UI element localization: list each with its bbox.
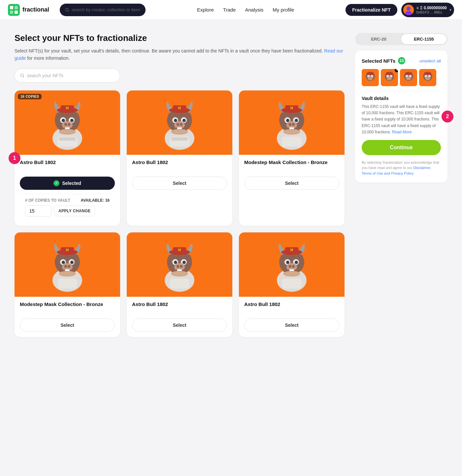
svg-point-123 bbox=[292, 265, 295, 268]
nft-card-4-body: Modestep Mask Collection - Bronze Select bbox=[15, 297, 120, 337]
svg-point-145 bbox=[406, 76, 411, 80]
select-button-3[interactable]: Select bbox=[244, 177, 339, 190]
nav-explore[interactable]: Explore bbox=[197, 7, 214, 13]
wallet-area[interactable]: ≡ Ξ 0.000000000 0xB1F3 ... 96Ec ▾ bbox=[401, 3, 454, 17]
read-more-link[interactable]: Read More bbox=[392, 130, 412, 134]
svg-point-22 bbox=[62, 119, 64, 120]
svg-line-6 bbox=[68, 11, 69, 11]
svg-point-122 bbox=[289, 265, 291, 268]
svg-rect-30 bbox=[59, 137, 76, 141]
global-search-input[interactable] bbox=[72, 7, 140, 12]
nft-name-1: Astro Bull 1802 bbox=[20, 159, 115, 173]
svg-rect-3 bbox=[10, 11, 13, 14]
svg-point-26 bbox=[68, 123, 70, 126]
svg-point-104 bbox=[180, 265, 182, 268]
nft-name-3: Modestep Mask Collection - Bronze bbox=[244, 159, 339, 173]
dropdown-arrow-icon: ▾ bbox=[449, 8, 451, 12]
svg-text:M: M bbox=[178, 248, 181, 252]
nav-trade[interactable]: Trade bbox=[223, 7, 236, 13]
svg-point-45 bbox=[177, 123, 179, 126]
nft-image-5: M bbox=[127, 232, 232, 297]
svg-rect-69 bbox=[282, 137, 302, 147]
copies-input-row: APPLY CHANGE bbox=[25, 205, 110, 217]
copies-input[interactable] bbox=[25, 205, 51, 217]
copies-badge-1: 16 COPIES bbox=[18, 94, 42, 99]
bull-character-6: M bbox=[267, 237, 316, 292]
nav: Explore Trade Analysis My profile bbox=[156, 7, 335, 13]
nft-card-4: M bbox=[15, 232, 120, 337]
svg-point-25 bbox=[64, 123, 67, 126]
step-2-wrapper: 2 Selected NFTs 15 unselect all 15x bbox=[355, 51, 447, 183]
search-icon bbox=[20, 73, 24, 78]
erc-20-tab[interactable]: ERC-20 bbox=[356, 34, 401, 44]
nft-name-2: Astro Bull 1802 bbox=[132, 159, 227, 173]
nft-thumb-2: × bbox=[381, 69, 398, 86]
svg-rect-107 bbox=[170, 279, 189, 289]
nft-card-1: 16 COPIES bbox=[15, 90, 120, 226]
global-search-bar[interactable] bbox=[60, 4, 146, 16]
nav-analysis[interactable]: Analysis bbox=[245, 7, 263, 13]
select-button-2[interactable]: Select bbox=[132, 177, 227, 190]
svg-rect-130 bbox=[367, 72, 374, 75]
nft-thumb-3 bbox=[400, 69, 417, 86]
wallet-address: 0xB1F3 ... 96Ec bbox=[416, 10, 447, 14]
bull-character-3: M bbox=[267, 95, 316, 150]
select-button-6[interactable]: Select bbox=[244, 319, 339, 332]
vault-details-section: Vault details This ERC-1155 vault will h… bbox=[362, 91, 441, 135]
svg-point-51 bbox=[171, 129, 188, 134]
apply-change-button[interactable]: APPLY CHANGE bbox=[54, 206, 95, 216]
svg-point-119 bbox=[287, 261, 288, 262]
nft-card-2-body: Astro Bull 1802 Select bbox=[127, 155, 232, 195]
svg-point-63 bbox=[295, 119, 297, 120]
svg-line-11 bbox=[23, 76, 24, 77]
erc-1155-tab[interactable]: ERC-1155 bbox=[401, 34, 446, 44]
nft-name-5: Astro Bull 1802 bbox=[132, 301, 227, 315]
nft-card-5-body: Astro Bull 1802 Select bbox=[127, 297, 232, 337]
selected-nfts-header: Selected NFTs 15 unselect all bbox=[362, 57, 441, 64]
logo[interactable]: fractional bbox=[8, 4, 49, 16]
nav-my-profile[interactable]: My profile bbox=[273, 7, 294, 13]
select-button-5[interactable]: Select bbox=[132, 319, 227, 332]
nft-card-3: M bbox=[239, 90, 345, 226]
svg-point-151 bbox=[425, 76, 430, 80]
select-button-4[interactable]: Select bbox=[20, 319, 115, 332]
nft-image-2: M bbox=[127, 90, 232, 155]
selected-button-1[interactable]: ✓ Selected bbox=[20, 177, 115, 190]
bull-character-4: M bbox=[43, 237, 92, 292]
svg-point-66 bbox=[292, 123, 295, 126]
nft-search-input[interactable] bbox=[27, 73, 115, 78]
svg-rect-1 bbox=[10, 6, 13, 9]
logo-icon bbox=[8, 4, 20, 16]
fractionalize-nft-button[interactable]: Fractionalize NFT bbox=[346, 4, 397, 16]
page-description: Select NFT(s) for your vault, set your v… bbox=[15, 47, 345, 62]
svg-point-70 bbox=[283, 129, 300, 134]
svg-rect-88 bbox=[57, 279, 77, 289]
nft-card-1-body: Astro Bull 1802 ✓ Selected # OF COPIES T… bbox=[15, 155, 120, 226]
selected-nfts-panel: Selected NFTs 15 unselect all 15x bbox=[355, 51, 447, 183]
nft-image-4: M bbox=[15, 232, 120, 297]
copies-label: # OF COPIES TO VAULT bbox=[25, 198, 70, 203]
bull-character-5: M bbox=[155, 237, 204, 292]
main-content: Select your NFTs to fractionalize Select… bbox=[7, 20, 455, 350]
nft-card-6: M bbox=[239, 232, 345, 337]
svg-point-23 bbox=[71, 119, 72, 120]
nft-card-5: M bbox=[127, 232, 232, 337]
svg-point-65 bbox=[289, 123, 291, 126]
selected-nfts-title: Selected NFTs 15 bbox=[362, 57, 405, 64]
svg-text:M: M bbox=[66, 106, 69, 110]
bull-character-2: M bbox=[155, 95, 204, 150]
svg-point-108 bbox=[171, 271, 188, 276]
continue-button[interactable]: Continue bbox=[362, 140, 441, 155]
nft-search-bar[interactable] bbox=[15, 69, 120, 83]
svg-rect-4 bbox=[15, 11, 18, 14]
copies-label-row: # OF COPIES TO VAULT AVAILABLE: 16 bbox=[25, 198, 110, 203]
check-circle-1: ✓ bbox=[53, 180, 59, 186]
unselect-all-link[interactable]: unselect all bbox=[419, 58, 441, 63]
step-2-badge: 2 bbox=[442, 111, 453, 122]
right-panel: ERC-20 ERC-1155 2 Selected NFTs 15 unsel… bbox=[355, 33, 447, 183]
selected-count-badge: 15 bbox=[398, 57, 405, 64]
nft-name-4: Modestep Mask Collection - Bronze bbox=[20, 301, 115, 315]
svg-point-82 bbox=[71, 261, 72, 262]
wallet-balance: ≡ Ξ 0.000000000 bbox=[416, 6, 447, 10]
thumbnail-area: 15x bbox=[362, 69, 441, 86]
